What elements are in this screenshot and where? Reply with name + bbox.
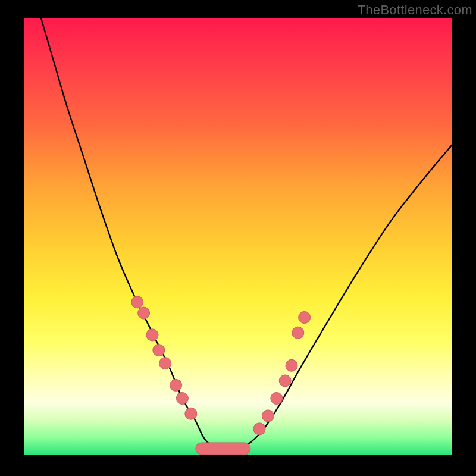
data-point bbox=[138, 307, 150, 319]
valley-capsule bbox=[196, 443, 250, 455]
plot-area bbox=[24, 18, 452, 455]
data-point bbox=[185, 408, 197, 419]
data-point bbox=[159, 358, 171, 369]
bottleneck-curve bbox=[41, 18, 452, 452]
data-point bbox=[176, 393, 188, 405]
data-point bbox=[131, 296, 143, 308]
data-point bbox=[146, 329, 158, 341]
data-point bbox=[153, 345, 165, 356]
right-branch-dots bbox=[253, 312, 311, 435]
watermark-label: TheBottleneck.com bbox=[358, 2, 472, 18]
data-point bbox=[262, 410, 274, 422]
data-point bbox=[286, 359, 298, 371]
data-point bbox=[279, 375, 291, 387]
data-point bbox=[299, 312, 311, 324]
data-point bbox=[170, 379, 182, 391]
left-branch-dots bbox=[131, 296, 197, 419]
data-point bbox=[292, 327, 304, 339]
valley-capsule-shape bbox=[196, 443, 250, 455]
data-point bbox=[271, 393, 283, 405]
chart-frame: TheBottleneck.com bbox=[0, 0, 476, 476]
data-point bbox=[253, 423, 265, 435]
chart-svg bbox=[24, 18, 452, 455]
